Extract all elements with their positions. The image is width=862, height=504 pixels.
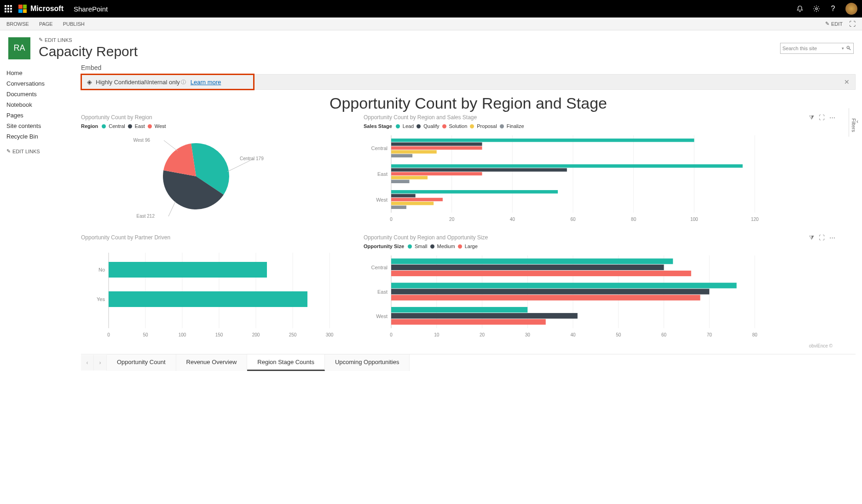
edit-page-button[interactable]: EDIT: [825, 21, 843, 27]
focus-icon[interactable]: ⛶: [819, 234, 825, 242]
filters-label: Filters: [851, 118, 856, 132]
svg-text:60: 60: [570, 217, 576, 222]
nav-item-documents[interactable]: Documents: [6, 89, 63, 99]
nav-item-pages[interactable]: Pages: [6, 110, 63, 121]
page-title: Capacity Report: [39, 44, 138, 59]
svg-text:West: West: [376, 197, 388, 203]
svg-text:20: 20: [449, 217, 455, 222]
brand-text: Microsoft: [30, 5, 64, 13]
tab-next-button[interactable]: ›: [94, 355, 107, 371]
svg-text:Central 179: Central 179: [240, 156, 264, 161]
svg-line-5: [168, 202, 175, 216]
chart-bars-partner[interactable]: Opportunity Count by Partner Driven 0501…: [81, 234, 353, 342]
ribbon-tab-browse[interactable]: BROWSE: [6, 21, 29, 27]
legend-item[interactable]: East: [135, 123, 145, 129]
svg-text:Central: Central: [371, 265, 388, 270]
legend-item[interactable]: Small: [415, 243, 428, 249]
ribbon: BROWSE PAGE PUBLISH EDIT ⛶: [0, 17, 862, 30]
app-name[interactable]: SharePoint: [74, 5, 108, 13]
filter-icon[interactable]: ⧩: [809, 114, 814, 122]
chart-pie-region[interactable]: Opportunity Count by Region RegionCentra…: [81, 114, 353, 226]
ribbon-tab-publish[interactable]: PUBLISH: [63, 21, 85, 27]
notifications-icon[interactable]: [796, 5, 804, 13]
svg-text:70: 70: [707, 332, 712, 337]
fullscreen-icon[interactable]: ⛶: [849, 20, 856, 28]
page-tab-region-stage-counts[interactable]: Region Stage Counts: [247, 354, 325, 371]
focus-icon[interactable]: ⛶: [819, 114, 825, 122]
legend-item[interactable]: Solution: [449, 123, 468, 129]
edit-label: EDIT: [831, 21, 843, 27]
page-tab-upcoming-opportunities[interactable]: Upcoming Opportunities: [325, 354, 410, 371]
close-icon[interactable]: ✕: [844, 78, 850, 86]
chart-bars-stage[interactable]: ⧩ ⛶ ⋯ Opportunity Count by Region and Sa…: [364, 114, 837, 226]
legend-item[interactable]: Qualify: [423, 123, 439, 129]
nav-item-conversations[interactable]: Conversations: [6, 78, 63, 89]
legend-item[interactable]: Finalize: [507, 123, 524, 129]
svg-text:80: 80: [631, 217, 636, 222]
svg-rect-89: [391, 319, 546, 324]
svg-rect-84: [391, 289, 709, 294]
more-icon[interactable]: ⋯: [829, 234, 835, 242]
svg-text:300: 300: [326, 332, 334, 337]
sensitivity-bar: ◈ Highly Confidential\Internal only ⓘ Le…: [81, 74, 856, 90]
embed-label: Embed: [81, 64, 856, 71]
sensitivity-icon: ◈: [87, 78, 92, 86]
tab-prev-button[interactable]: ‹: [81, 355, 94, 371]
site-logo[interactable]: RA: [8, 37, 30, 59]
filter-icon[interactable]: ⧩: [809, 234, 814, 242]
tile-controls: ⧩ ⛶ ⋯: [809, 234, 835, 242]
brand-logo: Microsoft: [18, 5, 64, 13]
user-avatar[interactable]: [845, 3, 857, 15]
edit-links-top[interactable]: EDIT LINKS: [39, 37, 138, 43]
legend-item[interactable]: Medium: [437, 243, 455, 249]
svg-text:40: 40: [570, 332, 576, 337]
nav-item-notebook[interactable]: Notebook: [6, 99, 63, 110]
svg-text:100: 100: [690, 217, 698, 222]
svg-rect-27: [391, 154, 412, 157]
svg-text:50: 50: [616, 332, 621, 337]
svg-rect-58: [109, 291, 307, 307]
svg-rect-33: [391, 180, 410, 183]
svg-text:120: 120: [751, 217, 759, 222]
left-nav: HomeConversationsDocumentsNotebookPagesS…: [0, 64, 69, 371]
svg-rect-29: [391, 164, 743, 168]
legend-item[interactable]: Large: [465, 243, 478, 249]
svg-text:40: 40: [510, 217, 515, 222]
ribbon-tab-page[interactable]: PAGE: [39, 21, 53, 27]
svg-text:West: West: [376, 313, 388, 319]
svg-text:200: 200: [252, 332, 260, 337]
svg-rect-31: [391, 172, 482, 175]
attribution: obviEnce ©: [81, 343, 856, 348]
search-input[interactable]: Search this site ▾ 🔍︎: [780, 43, 854, 54]
chart-legend: RegionCentralEastWest: [81, 123, 353, 129]
svg-text:20: 20: [480, 332, 485, 337]
filters-pane-toggle[interactable]: ‹ Filters: [849, 108, 860, 137]
learn-more-link[interactable]: Learn more: [191, 79, 221, 86]
settings-gear-icon[interactable]: [812, 5, 821, 13]
svg-text:80: 80: [752, 332, 758, 337]
nav-item-site-contents[interactable]: Site contents: [6, 121, 63, 131]
help-icon[interactable]: ?: [829, 5, 837, 13]
legend-item[interactable]: Proposal: [477, 123, 497, 129]
nav-item-recycle-bin[interactable]: Recycle Bin: [6, 131, 63, 142]
chart-canvas: 050100150200250300NoYes: [81, 243, 339, 340]
chevron-left-icon: ‹: [856, 118, 858, 125]
svg-text:Central: Central: [371, 145, 388, 151]
page-tab-opportunity-count[interactable]: Opportunity Count: [107, 354, 176, 371]
pencil-icon: [6, 148, 11, 154]
chart-bars-size[interactable]: ⧩ ⛶ ⋯ Opportunity Count by Region and Op…: [364, 234, 837, 342]
app-launcher-icon[interactable]: [5, 5, 12, 12]
search-placeholder: Search this site: [782, 46, 817, 51]
svg-rect-79: [391, 259, 673, 264]
legend-item[interactable]: Lead: [403, 123, 414, 129]
info-icon[interactable]: ⓘ: [181, 79, 186, 86]
edit-links-bottom[interactable]: EDIT LINKS: [6, 148, 63, 154]
chevron-down-icon[interactable]: ▾: [842, 46, 844, 51]
more-icon[interactable]: ⋯: [829, 114, 835, 122]
nav-item-home[interactable]: Home: [6, 68, 63, 78]
svg-rect-24: [391, 142, 482, 145]
legend-item[interactable]: West: [155, 123, 166, 129]
legend-item[interactable]: Central: [109, 123, 125, 129]
search-icon[interactable]: 🔍︎: [846, 45, 851, 52]
page-tab-revenue-overview[interactable]: Revenue Overview: [176, 354, 248, 371]
